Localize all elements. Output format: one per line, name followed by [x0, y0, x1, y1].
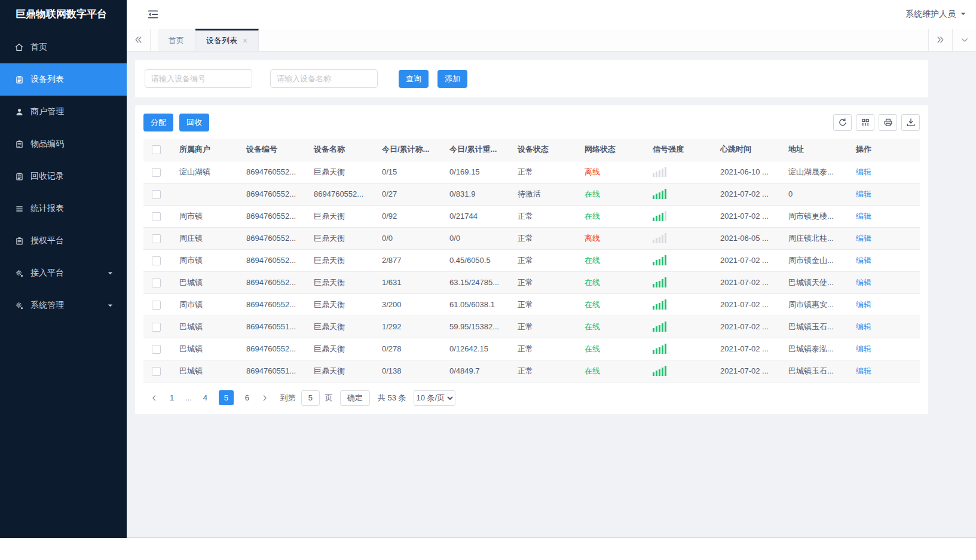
edit-link[interactable]: 编辑: [856, 344, 871, 353]
device-name-input[interactable]: [270, 69, 378, 88]
table-row: 巴城镇8694760552...巨鼎天衡1/63163.15/24785...正…: [143, 271, 920, 293]
edit-link[interactable]: 编辑: [856, 189, 871, 198]
app-title: 巨鼎物联网数字平台: [0, 0, 127, 29]
edit-link[interactable]: 编辑: [856, 256, 871, 265]
cell-address: 巴城镇玉石...: [782, 316, 850, 338]
column-header: 心跳时间: [714, 139, 782, 161]
cell-status: 正常: [512, 227, 579, 249]
query-button[interactable]: 查询: [399, 70, 429, 88]
cell-count: 0/27: [376, 183, 443, 205]
page-size-select[interactable]: 10 条/页: [414, 390, 455, 406]
cell-status: 待激活: [512, 183, 579, 205]
columns-button[interactable]: [856, 114, 874, 131]
sidebar-item-item-code[interactable]: 物品编码: [0, 128, 127, 160]
column-header: 信号强度: [647, 139, 714, 161]
row-checkbox[interactable]: [152, 256, 161, 265]
row-checkbox[interactable]: [152, 279, 161, 287]
network-status-badge: 在线: [585, 212, 600, 221]
cell-device_no: 8694760552...: [240, 205, 308, 227]
edit-link[interactable]: 编辑: [856, 366, 871, 375]
row-checkbox[interactable]: [152, 323, 161, 332]
sidebar-item-merchant-mgmt[interactable]: 商户管理: [0, 96, 127, 128]
sidebar-item-system-mgmt[interactable]: 系统管理: [0, 289, 127, 322]
cell-device_name: 巨鼎天衡: [308, 161, 376, 183]
cell-heartbeat: 2021-06-05 ...: [714, 227, 782, 249]
next-page-button[interactable]: [258, 390, 272, 406]
signal-strength-icon: [653, 255, 708, 265]
edit-link[interactable]: 编辑: [856, 167, 871, 176]
device-no-input[interactable]: [145, 69, 252, 88]
goto-confirm-button[interactable]: 确定: [340, 390, 370, 406]
tabs-scroll-left-button[interactable]: [127, 29, 151, 51]
tabs-menu-button[interactable]: [952, 29, 976, 51]
tab-device-list[interactable]: 设备列表×: [195, 29, 259, 51]
cell-device_no: 8694760552...: [240, 293, 308, 316]
row-checkbox[interactable]: [152, 234, 161, 243]
page-button-5[interactable]: 5: [219, 390, 234, 405]
page-button-4[interactable]: 4: [198, 390, 213, 405]
cell-merchant: 巴城镇: [173, 338, 240, 360]
edit-link[interactable]: 编辑: [856, 300, 871, 309]
row-checkbox[interactable]: [152, 345, 161, 354]
list-icon: [14, 204, 24, 213]
caret-down-icon: [960, 10, 966, 19]
cell-device_name: 巨鼎天衡: [308, 360, 376, 382]
goto-page-input[interactable]: [301, 390, 320, 406]
tab-home[interactable]: 首页: [158, 29, 195, 51]
sidebar-item-device-list[interactable]: 设备列表: [0, 63, 127, 96]
prev-page-button[interactable]: [147, 390, 161, 406]
cell-merchant: 巴城镇: [173, 316, 240, 338]
cell-signal: [647, 227, 714, 249]
sidebar-item-auth-platform[interactable]: 授权平台: [0, 225, 127, 257]
cell-merchant: 周市镇: [173, 293, 240, 316]
row-checkbox[interactable]: [152, 168, 161, 177]
user-menu[interactable]: 系统维护人员: [905, 9, 966, 20]
edit-link[interactable]: 编辑: [856, 212, 871, 221]
page-button-1[interactable]: 1: [164, 390, 179, 405]
column-header: 设备名称: [308, 139, 376, 161]
column-header: 今日/累计称...: [376, 139, 443, 161]
row-checkbox[interactable]: [152, 212, 161, 221]
sidebar-item-stats-report[interactable]: 统计报表: [0, 192, 127, 225]
cell-actions: 编辑: [850, 183, 920, 205]
table-toolbar-right: [833, 114, 920, 131]
row-checkbox[interactable]: [152, 367, 161, 376]
edit-link[interactable]: 编辑: [856, 322, 871, 331]
edit-link[interactable]: 编辑: [856, 278, 871, 287]
tabs-scroll-right-button[interactable]: [928, 29, 952, 51]
cell-actions: 编辑: [850, 161, 920, 183]
menu-fold-icon[interactable]: [147, 8, 159, 20]
cell-weight: 0/831.9: [443, 183, 512, 205]
row-checkbox[interactable]: [152, 190, 161, 199]
sidebar-item-home[interactable]: 首页: [0, 31, 127, 63]
cell-status: 正常: [512, 338, 579, 360]
clipboard-icon: [14, 139, 24, 149]
edit-link[interactable]: 编辑: [856, 234, 871, 243]
recycle-button[interactable]: 回收: [179, 114, 209, 131]
page-button-6[interactable]: 6: [240, 390, 255, 405]
cell-weight: 0/12642.15: [443, 338, 512, 360]
cell-network-status: 在线: [579, 249, 647, 271]
table-body: 淀山湖镇8694760552...巨鼎天衡0/150/169.15正常离线202…: [143, 161, 920, 382]
add-button[interactable]: 添加: [437, 70, 467, 88]
tab-close-icon[interactable]: ×: [243, 36, 247, 45]
column-header: 设备状态: [512, 139, 579, 161]
network-status-badge: 离线: [585, 167, 600, 176]
tabbar-right: [928, 29, 976, 51]
sidebar-item-access-platform[interactable]: 接入平台: [0, 257, 127, 289]
sidebar-item-label: 设备列表: [30, 74, 64, 85]
sidebar: 巨鼎物联网数字平台 首页设备列表商户管理物品编码回收记录统计报表授权平台接入平台…: [0, 0, 127, 538]
print-button[interactable]: [879, 114, 897, 131]
signal-strength-icon: [653, 299, 708, 310]
cell-device_no: 8694760552...: [240, 227, 308, 249]
cell-status: 正常: [512, 271, 579, 293]
row-checkbox[interactable]: [152, 301, 161, 310]
select-all-checkbox[interactable]: [152, 145, 161, 154]
cell-merchant: 周市镇: [173, 205, 240, 227]
export-button[interactable]: [901, 114, 920, 131]
assign-button[interactable]: 分配: [143, 114, 173, 131]
sidebar-item-recycle-records[interactable]: 回收记录: [0, 160, 127, 192]
refresh-button[interactable]: [833, 114, 852, 131]
cell-actions: 编辑: [850, 227, 920, 249]
cell-network-status: 在线: [579, 205, 647, 227]
